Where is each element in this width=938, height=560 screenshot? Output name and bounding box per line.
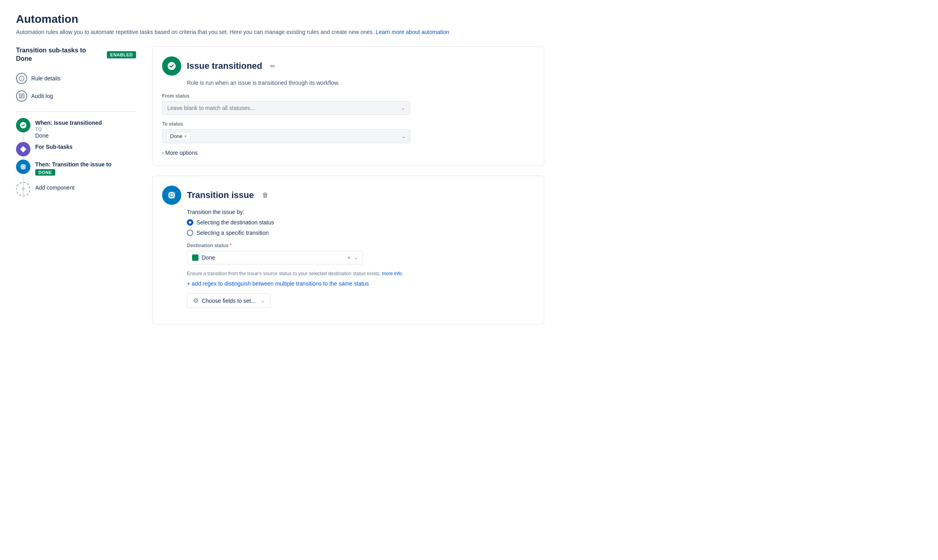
condition-icon bbox=[16, 142, 30, 156]
rule-details-label: Rule details bbox=[31, 75, 60, 82]
choose-fields-label: Choose fields to set... bbox=[202, 298, 256, 304]
enabled-badge: ENABLED bbox=[107, 51, 136, 58]
add-component-label: Add component bbox=[35, 184, 74, 191]
page-title: Automation bbox=[16, 13, 544, 26]
radio-label-1: Selecting the destination status bbox=[196, 219, 274, 226]
workflow-trigger[interactable]: When: Issue transitioned TO Done bbox=[16, 118, 136, 139]
workflow-add[interactable]: + Add component bbox=[16, 182, 136, 196]
svg-text:i: i bbox=[21, 77, 22, 81]
from-status-select[interactable]: Leave blank to match all statuses... ⌄ bbox=[162, 101, 410, 115]
more-options-arrow: › bbox=[162, 150, 164, 156]
rule-details-icon: i bbox=[16, 73, 27, 84]
trigger-content: When: Issue transitioned TO Done bbox=[35, 118, 102, 139]
more-options-label: More options bbox=[165, 150, 198, 156]
sidebar: Transition sub-tasks to Done ENABLED i R… bbox=[16, 46, 136, 200]
from-status-field: From status Leave blank to match all sta… bbox=[162, 93, 534, 115]
trigger-icon bbox=[16, 118, 30, 132]
trash-icon[interactable]: 🗑 bbox=[262, 192, 269, 199]
svg-marker-6 bbox=[20, 146, 26, 152]
to-status-tag: Done × bbox=[166, 132, 190, 140]
action-content: Then: Transition the issue to DONE bbox=[35, 160, 112, 176]
to-status-label: To status bbox=[162, 121, 534, 127]
action-card-title: Transition issue bbox=[187, 190, 254, 200]
radio-specific-transition[interactable]: Selecting a specific transition bbox=[187, 230, 534, 236]
from-status-chevron: ⌄ bbox=[401, 105, 405, 111]
action-card-icon bbox=[162, 186, 181, 205]
more-options-button[interactable]: › More options bbox=[162, 150, 534, 156]
status-color-dot bbox=[192, 254, 198, 261]
destination-status-select[interactable]: Done × ⌄ bbox=[187, 251, 363, 264]
from-status-placeholder: Leave blank to match all statuses... bbox=[167, 105, 255, 111]
sidebar-nav: i Rule details Audit log bbox=[16, 70, 136, 105]
hint-text: Ensure a transition from the issue's sou… bbox=[187, 271, 435, 276]
action-card-header: Transition issue 🗑 bbox=[162, 186, 534, 205]
trigger-card-description: Rule is run when an issue is transitione… bbox=[162, 80, 534, 86]
svg-point-8 bbox=[22, 166, 24, 168]
choose-fields-chevron: ⌄ bbox=[261, 298, 265, 304]
trigger-card: Issue transitioned ✏ Rule is run when an… bbox=[152, 46, 544, 166]
choose-fields-button[interactable]: ⚙ Choose fields to set... ⌄ bbox=[187, 293, 271, 308]
rule-title: Transition sub-tasks to Done bbox=[16, 46, 102, 63]
trigger-card-title: Issue transitioned bbox=[187, 61, 262, 71]
workflow-condition[interactable]: For Sub-tasks bbox=[16, 142, 136, 156]
radio-selected-icon bbox=[187, 219, 193, 226]
to-status-select[interactable]: Done × ⌄ bbox=[162, 129, 410, 143]
required-star: * bbox=[230, 242, 232, 248]
svg-point-10 bbox=[170, 194, 173, 196]
to-status-field: To status Done × ⌄ bbox=[162, 121, 534, 143]
add-component-icon[interactable]: + bbox=[16, 182, 30, 196]
trigger-card-header: Issue transitioned ✏ bbox=[162, 56, 534, 76]
rule-header: Transition sub-tasks to Done ENABLED bbox=[16, 46, 136, 63]
learn-more-link[interactable]: Learn more about automation bbox=[376, 29, 449, 35]
radio-empty-icon bbox=[187, 230, 193, 236]
edit-icon[interactable]: ✏ bbox=[270, 62, 275, 70]
workflow-action[interactable]: Then: Transition the issue to DONE bbox=[16, 160, 136, 176]
sidebar-item-audit-log[interactable]: Audit log bbox=[16, 87, 136, 105]
done-badge: DONE bbox=[35, 169, 55, 176]
audit-log-icon bbox=[16, 90, 27, 102]
add-regex-link[interactable]: + add regex to distinguish between multi… bbox=[187, 280, 534, 287]
workflow-items: When: Issue transitioned TO Done bbox=[16, 118, 136, 196]
status-clear-button[interactable]: × bbox=[347, 254, 351, 261]
to-status-tag-remove[interactable]: × bbox=[184, 134, 187, 139]
status-chevron: ⌄ bbox=[354, 255, 358, 260]
action-icon bbox=[16, 160, 30, 174]
trigger-card-icon bbox=[162, 56, 181, 76]
destination-status-label: Destination status bbox=[187, 243, 228, 248]
transition-by-field: Transition the issue by: Selecting the d… bbox=[162, 209, 534, 308]
transition-by-label: Transition the issue by: bbox=[187, 209, 534, 215]
from-status-label: From status bbox=[162, 93, 534, 99]
condition-content: For Sub-tasks bbox=[35, 142, 72, 150]
sidebar-item-rule-details[interactable]: i Rule details bbox=[16, 70, 136, 87]
to-status-chevron: ⌄ bbox=[402, 134, 406, 139]
page-description: Automation rules allow you to automate r… bbox=[16, 29, 544, 35]
more-info-link[interactable]: more info. bbox=[382, 271, 403, 276]
right-content: Issue transitioned ✏ Rule is run when an… bbox=[152, 46, 544, 334]
sidebar-divider bbox=[16, 111, 136, 112]
radio-label-2: Selecting a specific transition bbox=[196, 230, 269, 236]
destination-status-value: Done bbox=[202, 254, 347, 261]
destination-status-field: Destination status * Done × ⌄ bbox=[187, 242, 534, 264]
audit-log-label: Audit log bbox=[31, 93, 53, 99]
gear-icon: ⚙ bbox=[193, 297, 198, 304]
radio-destination-status[interactable]: Selecting the destination status bbox=[187, 219, 534, 226]
radio-group: Selecting the destination status Selecti… bbox=[187, 219, 534, 236]
action-card: Transition issue 🗑 Transition the issue … bbox=[152, 176, 544, 324]
